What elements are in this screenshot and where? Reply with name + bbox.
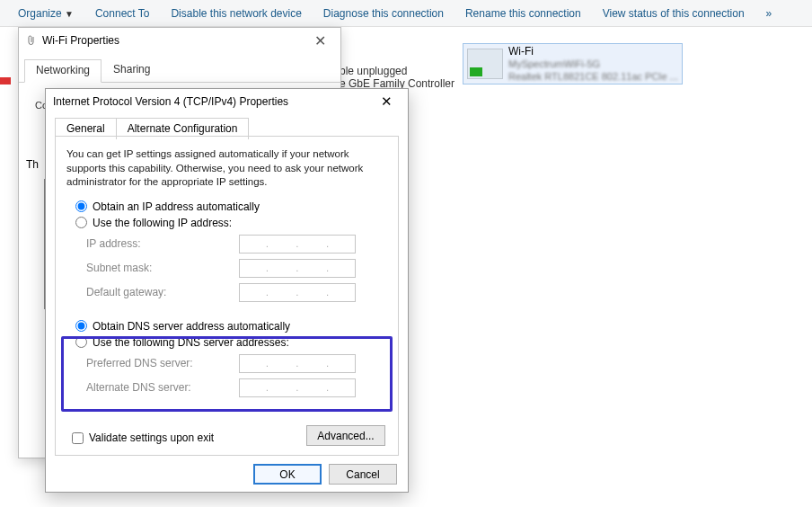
paperclip-icon (26, 33, 37, 48)
field-ip-address: IP address: ... (86, 235, 387, 254)
validate-label: Validate settings upon exit (89, 431, 214, 444)
ipv4-title: Internet Protocol Version 4 (TCP/IPv4) P… (53, 95, 372, 108)
wifi-properties-tabs: Networking Sharing (19, 53, 340, 83)
validate-checkbox[interactable] (72, 432, 84, 444)
ipv4-titlebar: Internet Protocol Version 4 (TCP/IPv4) P… (46, 89, 408, 114)
radio-ip-manual-label: Use the following IP address: (93, 217, 232, 229)
toolbar-connect-to[interactable]: Connect To (84, 7, 161, 20)
toolbar-disable[interactable]: Disable this network device (160, 7, 312, 20)
subnet-label: Subnet mask: (86, 262, 239, 274)
gateway-input[interactable]: ... (239, 283, 356, 302)
radio-dns-auto-label: Obtain DNS server address automatically (93, 320, 290, 333)
toolbar-more[interactable]: » (755, 7, 783, 20)
radio-ip-auto-input[interactable] (75, 200, 87, 212)
toolbar-organize[interactable]: Organize ▼ (7, 7, 84, 20)
chevron-down-icon: ▼ (65, 9, 74, 19)
ip-address-input[interactable]: ... (239, 235, 356, 254)
adapter-tile-wifi[interactable]: Wi-Fi MySpectrumWiFi-5G Realtek RTL8821C… (463, 43, 683, 84)
decorative-edge (0, 77, 11, 84)
radio-ip-auto[interactable]: Obtain an IP address automatically (75, 200, 387, 213)
ipv4-description: You can get IP settings assigned automat… (66, 147, 387, 190)
field-gateway: Default gateway: ... (86, 283, 387, 302)
adapter-ssid: MySpectrumWiFi-5G (508, 58, 678, 71)
ipv4-dialog-buttons: OK Cancel (253, 464, 397, 485)
wifi-icon (467, 49, 503, 79)
validate-checkbox-row[interactable]: Validate settings upon exit (72, 431, 214, 444)
close-icon[interactable]: ✕ (306, 32, 333, 49)
field-subnet: Subnet mask: ... (86, 259, 387, 278)
label: Organize (18, 7, 62, 20)
tab-networking[interactable]: Networking (24, 59, 102, 83)
toolbar-view-status[interactable]: View status of this connection (592, 7, 755, 20)
th-label: Th (26, 158, 39, 171)
ok-button[interactable]: OK (253, 464, 322, 485)
radio-dns-auto-input[interactable] (75, 320, 87, 332)
adapter-tile-text: Wi-Fi MySpectrumWiFi-5G Realtek RTL8821C… (508, 45, 678, 84)
toolbar-rename[interactable]: Rename this connection (455, 7, 592, 20)
gateway-label: Default gateway: (86, 286, 239, 298)
radio-ip-manual-input[interactable] (75, 217, 87, 228)
peek-text-unplugged: ble unplugged (340, 65, 407, 77)
tab-sharing[interactable]: Sharing (102, 58, 162, 82)
ip-address-label: IP address: (86, 237, 239, 250)
subnet-input[interactable]: ... (239, 259, 356, 278)
radio-dns-auto[interactable]: Obtain DNS server address automatically (75, 320, 387, 333)
adapter-device: Realtek RTL8821CE 802.11ac PCIe ... (508, 71, 678, 84)
radio-ip-manual[interactable]: Use the following IP address: (75, 217, 387, 229)
ipv4-panel: You can get IP settings assigned automat… (55, 136, 399, 456)
adapter-title: Wi-Fi (508, 45, 678, 58)
wifi-properties-titlebar: Wi-Fi Properties ✕ (19, 28, 340, 53)
wifi-properties-title: Wi-Fi Properties (42, 34, 306, 47)
close-icon[interactable]: ✕ (372, 93, 401, 110)
dns-highlight-box (61, 336, 393, 412)
cancel-button[interactable]: Cancel (329, 464, 397, 485)
network-toolbar: Organize ▼ Connect To Disable this netwo… (0, 0, 812, 27)
toolbar-diagnose[interactable]: Diagnose this connection (313, 7, 455, 20)
advanced-button[interactable]: Advanced... (306, 425, 385, 446)
radio-ip-auto-label: Obtain an IP address automatically (93, 200, 260, 213)
ipv4-properties-dialog: Internet Protocol Version 4 (TCP/IPv4) P… (45, 88, 409, 493)
